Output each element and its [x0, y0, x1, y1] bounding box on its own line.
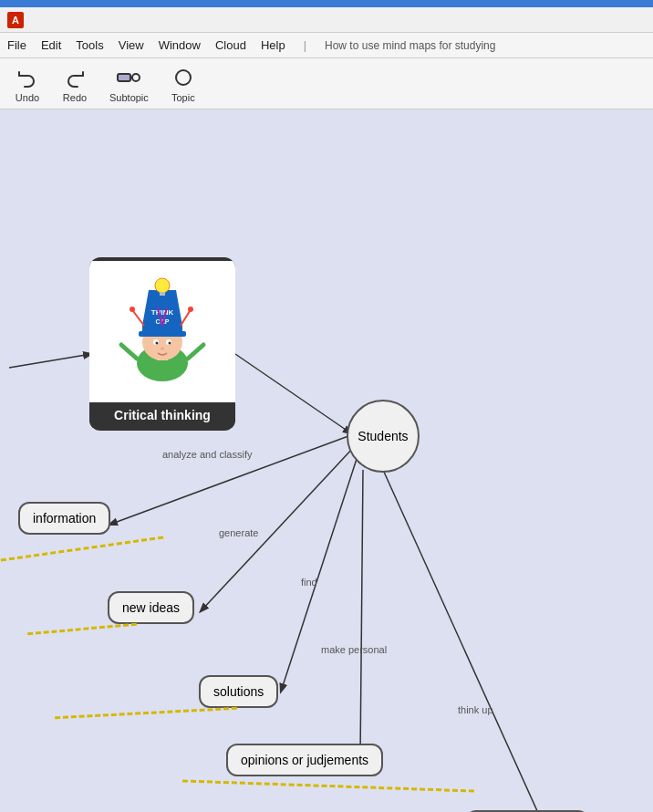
redo-button[interactable]: Redo [62, 65, 88, 103]
menu-separator: | [304, 38, 306, 52]
svg-line-8 [360, 470, 363, 759]
topic-button[interactable]: Topic [171, 65, 196, 103]
students-label: Students [358, 429, 408, 443]
dashed-line-2 [27, 623, 137, 635]
node-information[interactable]: information [18, 502, 110, 535]
svg-line-4 [235, 354, 351, 433]
menu-cloud[interactable]: Cloud [215, 38, 246, 52]
node-solutions[interactable]: solutions [199, 675, 278, 708]
menu-help[interactable]: Help [261, 38, 285, 52]
opinions-label: opinions or judjements [241, 753, 368, 767]
topic-label: Topic [171, 92, 195, 103]
svg-line-9 [383, 470, 543, 812]
svg-rect-0 [118, 74, 130, 81]
toolbar: Undo Redo Subtopic Topic [0, 58, 653, 109]
undo-icon [15, 65, 40, 90]
information-label: information [33, 511, 96, 526]
svg-rect-16 [139, 331, 186, 337]
svg-point-19 [155, 278, 170, 293]
dashed-line-4 [182, 779, 474, 792]
svg-line-10 [9, 354, 91, 368]
topic-icon [171, 65, 196, 90]
menu-file[interactable]: File [7, 38, 26, 52]
svg-point-1 [132, 74, 140, 81]
edge-label-find: find [301, 577, 317, 588]
svg-line-7 [281, 456, 358, 692]
menu-view[interactable]: View [119, 38, 144, 52]
app-icon: A [7, 12, 24, 28]
edge-label-make-personal: make personal [321, 644, 387, 655]
top-strip [0, 0, 653, 7]
node-opinions[interactable]: opinions or judjements [226, 744, 383, 776]
svg-text:THINK: THINK [151, 308, 174, 317]
node-new-ideas[interactable]: new ideas [108, 591, 194, 624]
svg-point-3 [176, 70, 191, 85]
node-students[interactable]: Students [347, 400, 420, 473]
critical-thinking-image: THINK CAP [89, 261, 235, 402]
svg-point-23 [156, 342, 159, 345]
svg-point-24 [169, 342, 171, 345]
new-ideas-label: new ideas [122, 600, 180, 615]
node-critical-thinking[interactable]: THINK CAP [89, 257, 235, 431]
dashed-line-3 [55, 707, 237, 719]
menu-window[interactable]: Window [159, 38, 201, 52]
menu-help-text: How to use mind maps for studying [325, 39, 495, 52]
undo-button[interactable]: Undo [15, 65, 40, 103]
critical-thinking-label: Critical thinking [89, 402, 235, 428]
menu-bar: File Edit Tools View Window Cloud Help |… [0, 33, 653, 58]
dashed-line-1 [1, 536, 164, 561]
svg-line-33 [188, 345, 203, 359]
edge-label-analyze: analyze and classify [162, 449, 252, 460]
undo-label: Undo [16, 92, 39, 103]
menu-tools[interactable]: Tools [76, 38, 103, 52]
redo-icon [62, 65, 88, 90]
title-bar: A [0, 7, 653, 33]
subtopic-icon [116, 65, 141, 90]
svg-line-32 [121, 345, 137, 359]
edge-label-generate: generate [219, 527, 258, 538]
redo-label: Redo [63, 92, 87, 103]
svg-point-25 [161, 348, 164, 350]
svg-line-26 [133, 311, 144, 326]
svg-line-28 [181, 311, 190, 326]
canvas: analyze and classify generate find make … [0, 109, 653, 812]
solutions-label: solutions [213, 684, 264, 699]
subtopic-button[interactable]: Subtopic [109, 65, 149, 103]
svg-point-29 [188, 307, 193, 312]
subtopic-label: Subtopic [109, 92, 149, 103]
lines-svg [0, 109, 653, 812]
svg-rect-20 [160, 292, 165, 296]
edge-label-think-up: think up [458, 704, 493, 715]
menu-edit[interactable]: Edit [41, 38, 61, 52]
svg-point-27 [130, 307, 135, 312]
